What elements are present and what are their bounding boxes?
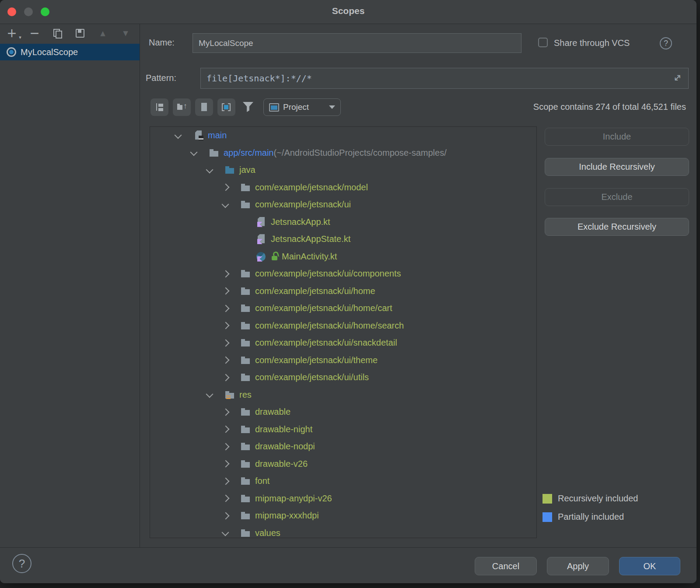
add-scope-button[interactable]: + — [4, 27, 20, 40]
tree-row[interactable]: com/example/jetsnack/ui/home — [150, 283, 536, 300]
chevron-right-icon[interactable] — [221, 407, 231, 417]
tree-row[interactable]: drawable — [150, 403, 536, 421]
apply-button[interactable]: Apply — [547, 557, 609, 575]
tree-row[interactable]: font — [150, 472, 536, 490]
chevron-right-icon[interactable] — [221, 182, 231, 192]
share-vcs-checkbox[interactable] — [538, 38, 548, 47]
chevron-down-icon[interactable] — [174, 131, 183, 140]
name-input[interactable] — [192, 33, 522, 53]
help-button[interactable]: ? — [12, 554, 32, 573]
view-dropdown[interactable]: Project — [263, 98, 341, 116]
flatten-packages-toggle[interactable] — [173, 98, 191, 116]
tree-row[interactable]: MainActivity.kt — [150, 248, 536, 266]
chevron-right-icon[interactable] — [221, 321, 231, 330]
folder-icon — [240, 493, 251, 504]
chevron-right-icon[interactable] — [221, 373, 231, 382]
tree-row[interactable]: com/example/jetsnack/ui/components — [150, 265, 536, 283]
scope-tree[interactable]: mainapp/src/main (~/AndroidStudioProject… — [150, 126, 537, 538]
directory-structure-toggle[interactable] — [150, 98, 168, 116]
chevron-right-icon[interactable] — [221, 511, 231, 521]
scope-list-item-selected[interactable]: MyLocalScope — [0, 44, 140, 60]
tree-item-label: com/example/jetsnack/ui/snackdetail — [255, 338, 397, 348]
tree-row[interactable]: drawable-night — [150, 421, 536, 438]
chevron-right-icon[interactable] — [221, 304, 231, 313]
tree-item-label: main — [208, 130, 227, 140]
tree-item-label: com/example/jetsnack/ui/home/search — [255, 321, 404, 331]
tree-row[interactable]: drawable-nodpi — [150, 438, 536, 455]
chevron-down-icon[interactable] — [189, 148, 199, 158]
chevron-right-icon[interactable] — [221, 338, 231, 348]
tree-item-label: com/example/jetsnack/ui/home — [255, 286, 375, 296]
pattern-input[interactable] — [200, 68, 689, 89]
move-down-button[interactable]: ▼ — [117, 27, 134, 40]
tree-row[interactable]: JetsnackAppState.kt — [150, 231, 536, 248]
ok-button[interactable]: OK — [619, 557, 680, 575]
chevron-right-icon[interactable] — [221, 286, 231, 296]
tree-row[interactable]: java — [150, 161, 536, 179]
folder-icon — [240, 424, 251, 435]
share-vcs-help-icon[interactable]: ? — [660, 37, 672, 49]
tree-row[interactable]: com/example/jetsnack/ui/snackdetail — [150, 334, 536, 352]
chevron-down-icon[interactable] — [205, 165, 215, 175]
cancel-button[interactable]: Cancel — [475, 557, 537, 575]
filter-icon[interactable] — [243, 102, 253, 112]
chevron-right-icon[interactable] — [221, 442, 231, 452]
tree-row[interactable]: com/example/jetsnack/model — [150, 179, 536, 196]
tree-row[interactable]: com/example/jetsnack/ui/home/search — [150, 317, 536, 335]
tree-item-label: mipmap-anydpi-v26 — [255, 494, 332, 504]
folder-icon — [240, 337, 251, 348]
folder-icon — [240, 458, 251, 469]
minus-icon: − — [29, 27, 39, 39]
flatten-packages-icon — [176, 102, 187, 112]
chevron-right-icon[interactable] — [221, 269, 231, 279]
save-scope-button[interactable] — [72, 27, 88, 40]
legend-recursively-included: Recursively included — [542, 494, 638, 504]
legend-label: Recursively included — [558, 494, 638, 504]
tree-item-path-hint: (~/AndroidStudioProjects/compose-samples… — [274, 148, 447, 158]
chevron-right-icon[interactable] — [221, 424, 231, 434]
exclude-button[interactable]: Exclude — [545, 188, 689, 206]
chevron-right-icon[interactable] — [221, 476, 231, 486]
chevron-down-icon[interactable] — [205, 390, 215, 399]
tree-row[interactable]: com/example/jetsnack/ui — [150, 196, 536, 214]
show-files-toggle[interactable] — [195, 98, 213, 116]
blue-swatch-icon — [542, 512, 552, 522]
tree-row[interactable]: mipmap-xxxhdpi — [150, 507, 536, 525]
tree-item-label: drawable-night — [255, 424, 312, 434]
chevron-right-icon[interactable] — [221, 355, 231, 365]
show-included-only-toggle[interactable] — [217, 98, 235, 116]
tree-row[interactable]: JetsnackApp.kt — [150, 214, 536, 231]
tree-item-label: drawable-nodpi — [255, 441, 315, 452]
tree-item-label: JetsnackApp.kt — [271, 217, 330, 227]
tree-row[interactable]: main — [150, 127, 536, 144]
expand-pattern-icon[interactable]: ↔ — [672, 72, 683, 83]
chevron-right-icon[interactable] — [221, 494, 231, 503]
tree-row[interactable]: res — [150, 386, 536, 404]
chevron-down-icon[interactable] — [221, 528, 231, 538]
kotlin-file-icon — [256, 217, 267, 228]
tree-row[interactable]: app/src/main (~/AndroidStudioProjects/co… — [150, 144, 536, 162]
move-up-button[interactable]: ▲ — [94, 27, 111, 40]
copy-scope-button[interactable] — [49, 27, 66, 40]
scopes-dialog: Scopes + − ▲ ▼ MyLocalScope Name: Share … — [0, 0, 696, 583]
exclude-recursively-button[interactable]: Exclude Recursively — [545, 218, 689, 236]
folder-icon — [240, 510, 251, 521]
scope-summary: Scope contains 274 of total 46,521 files — [533, 102, 686, 112]
tree-row[interactable]: com/example/jetsnack/ui/utils — [150, 369, 536, 386]
folder-res-icon — [224, 389, 235, 400]
chevron-down-icon[interactable] — [221, 200, 231, 210]
tree-row[interactable]: drawable-v26 — [150, 455, 536, 473]
remove-scope-button[interactable]: − — [26, 27, 43, 40]
tree-row[interactable]: mipmap-anydpi-v26 — [150, 490, 536, 508]
include-button[interactable]: Include — [545, 128, 689, 146]
tree-row[interactable]: values — [150, 525, 536, 539]
tree-row[interactable]: com/example/jetsnack/ui/theme — [150, 352, 536, 369]
include-recursively-button[interactable]: Include Recursively — [545, 158, 689, 176]
share-vcs-label: Share through VCS — [554, 38, 630, 48]
chevron-right-icon[interactable] — [221, 459, 231, 469]
tree-row[interactable]: com/example/jetsnack/ui/home/cart — [150, 300, 536, 317]
scope-name: MyLocalScope — [21, 47, 78, 57]
file-icon — [199, 102, 209, 112]
tree-item-label: JetsnackAppState.kt — [271, 234, 350, 244]
down-arrow-icon: ▼ — [123, 29, 128, 37]
